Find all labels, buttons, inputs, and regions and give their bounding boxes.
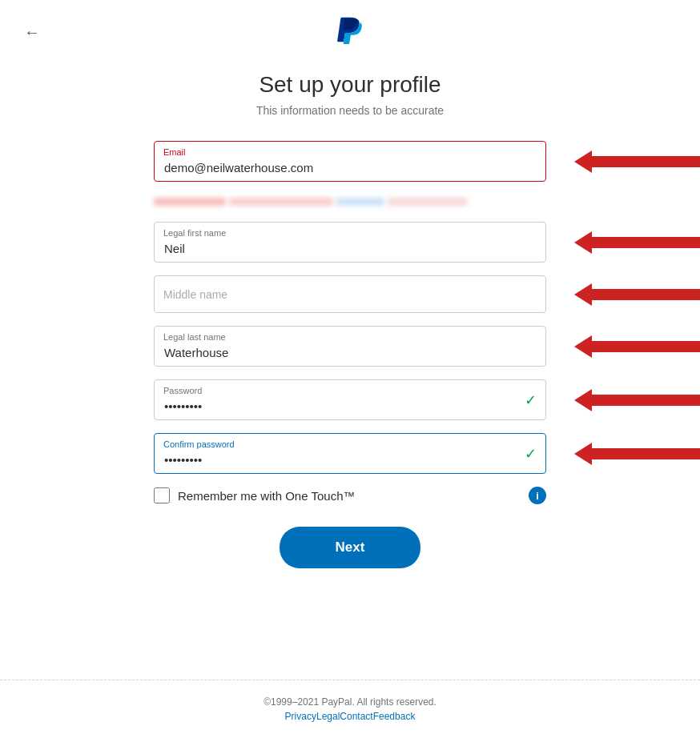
last-name-input[interactable] [154, 326, 546, 367]
first-name-input[interactable] [154, 222, 546, 263]
middle-name-field-row: Middle name [154, 275, 546, 313]
remember-me-label: Remember me with One Touch™ [178, 489, 521, 503]
next-button[interactable]: Next [280, 527, 421, 568]
arrow-body [590, 341, 700, 352]
footer: ©1999–2021 PayPal. All rights reserved. … [0, 680, 700, 738]
email-arrow-annotation [590, 156, 700, 167]
remember-me-checkbox[interactable] [154, 487, 170, 503]
arrow-body [590, 237, 700, 248]
first-name-arrow-annotation [590, 237, 700, 248]
footer-privacy-link[interactable]: Privacy [285, 711, 316, 722]
main-content: Set up your profile This information nee… [0, 64, 700, 680]
confirm-password-checkmark: ✓ [525, 445, 537, 463]
progress-seg-3 [336, 198, 384, 206]
email-input[interactable] [154, 141, 546, 182]
remember-me-row: Remember me with One Touch™ i [154, 487, 546, 504]
first-name-field-wrapper: Legal first name [154, 222, 546, 263]
email-field-wrapper: Email [154, 141, 546, 182]
paypal-logo [334, 16, 366, 48]
info-icon[interactable]: i [529, 487, 546, 504]
form-area: Email Legal first name [154, 141, 546, 487]
footer-legal-link[interactable]: Legal [316, 711, 340, 722]
middle-name-arrow-annotation [590, 289, 700, 300]
password-input[interactable] [154, 379, 546, 420]
footer-links: Privacy Legal Contact Feedback [24, 711, 676, 722]
progress-seg-4 [388, 198, 468, 206]
arrow-body [590, 289, 700, 300]
password-checkmark: ✓ [525, 391, 537, 409]
middle-name-input[interactable] [154, 275, 546, 313]
password-strength-bar [154, 195, 546, 209]
last-name-field-wrapper: Legal last name [154, 326, 546, 367]
password-arrow-annotation [590, 395, 700, 406]
footer-copyright: ©1999–2021 PayPal. All rights reserved. [24, 696, 676, 708]
confirm-password-arrow-annotation [590, 448, 700, 459]
password-field-wrapper: Password ✓ [154, 379, 546, 420]
confirm-password-field-wrapper: Confirm password ✓ [154, 433, 546, 474]
progress-seg-2 [229, 198, 333, 206]
footer-contact-link[interactable]: Contact [340, 711, 372, 722]
confirm-password-input[interactable] [154, 433, 546, 474]
back-button[interactable]: ← [24, 23, 40, 42]
arrow-body [590, 395, 700, 406]
last-name-field-row: Legal last name [154, 326, 546, 367]
password-field-row: Password ✓ [154, 379, 546, 420]
page-subtitle: This information needs to be accurate [256, 104, 444, 117]
confirm-password-field-row: Confirm password ✓ [154, 433, 546, 474]
arrow-body [590, 156, 700, 167]
last-name-arrow-annotation [590, 341, 700, 352]
page-title: Set up your profile [259, 72, 441, 98]
progress-seg-1 [154, 198, 226, 206]
middle-name-field-wrapper: Middle name [154, 275, 546, 313]
first-name-field-row: Legal first name [154, 222, 546, 263]
header: ← [0, 0, 700, 64]
email-field-row: Email [154, 141, 546, 182]
footer-feedback-link[interactable]: Feedback [373, 711, 416, 722]
arrow-body [590, 448, 700, 459]
